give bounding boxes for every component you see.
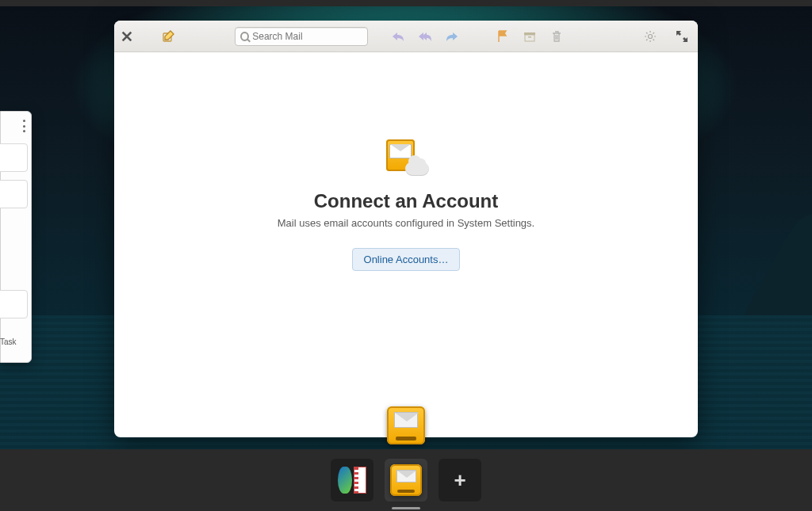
window-app-icon bbox=[387, 406, 425, 444]
overflow-menu-icon[interactable] bbox=[23, 120, 26, 132]
list-item bbox=[0, 290, 28, 318]
mail-app-icon bbox=[387, 406, 425, 444]
workspace-icon bbox=[338, 467, 366, 494]
dock-item-workspace[interactable] bbox=[331, 459, 373, 501]
empty-state-heading: Connect an Account bbox=[314, 190, 498, 212]
dock: + bbox=[0, 449, 812, 511]
background-window-tasks[interactable]: Id Task bbox=[0, 111, 32, 363]
list-item bbox=[0, 180, 28, 208]
mail-app-icon bbox=[390, 464, 422, 496]
list-item bbox=[0, 143, 28, 172]
online-accounts-button[interactable]: Online Accounts… bbox=[352, 248, 461, 271]
dock-item-add-workspace[interactable]: + bbox=[439, 459, 481, 501]
dock-item-mail[interactable] bbox=[385, 459, 427, 501]
wallpaper-mountain-right bbox=[722, 212, 812, 323]
empty-state-subtext: Mail uses email accounts configured in S… bbox=[278, 217, 534, 229]
mail-cloud-icon bbox=[383, 139, 429, 177]
tasks-label: Id Task bbox=[0, 337, 17, 346]
empty-state: Connect an Account Mail uses email accou… bbox=[114, 21, 698, 414]
plus-icon: + bbox=[454, 468, 465, 493]
mail-app-window: Connect an Account Mail uses email accou… bbox=[114, 21, 698, 437]
